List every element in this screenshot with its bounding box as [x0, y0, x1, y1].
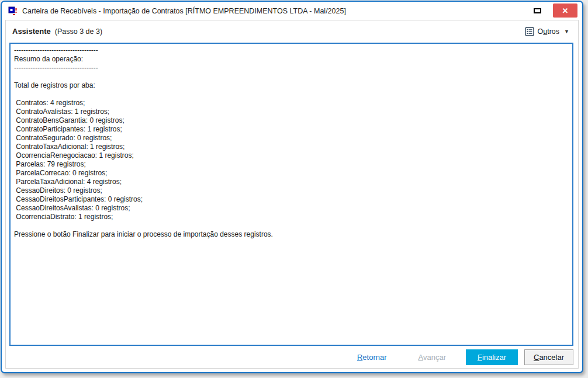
wizard-footer: Retornar Avançar Finalizar Cancelar — [349, 348, 573, 366]
finalizar-button[interactable]: Finalizar — [466, 349, 518, 365]
maximize-icon — [534, 8, 541, 13]
chevron-down-icon: ▼ — [564, 29, 569, 34]
wizard-step-label: (Passo 3 de 3) — [55, 27, 102, 36]
title-bar: Carteira de Recebíveis - Importação de C… — [2, 2, 582, 20]
wizard-title: Assistente — [12, 27, 51, 36]
wizard-panel: Assistente (Passo 3 de 3) Outros ▼ -----… — [5, 20, 579, 369]
app-form-icon — [8, 6, 18, 16]
close-icon: ✕ — [562, 6, 569, 15]
cancelar-button[interactable]: Cancelar — [524, 349, 573, 365]
wizard-header: Assistente (Passo 3 de 3) Outros ▼ — [6, 20, 578, 42]
close-button[interactable]: ✕ — [553, 4, 577, 18]
maximize-button[interactable] — [528, 4, 546, 18]
outros-label: Outros — [538, 27, 560, 36]
summary-text[interactable]: ------------------------------------ Res… — [9, 43, 573, 346]
outros-dropdown-button[interactable]: Outros ▼ — [523, 25, 572, 38]
retornar-button[interactable]: Retornar — [349, 353, 395, 362]
window-title: Carteira de Recebíveis - Importação de C… — [22, 7, 346, 15]
list-icon — [525, 27, 534, 36]
dialog-window: Carteira de Recebíveis - Importação de C… — [1, 1, 583, 373]
avancar-button[interactable]: Avançar — [410, 353, 454, 362]
